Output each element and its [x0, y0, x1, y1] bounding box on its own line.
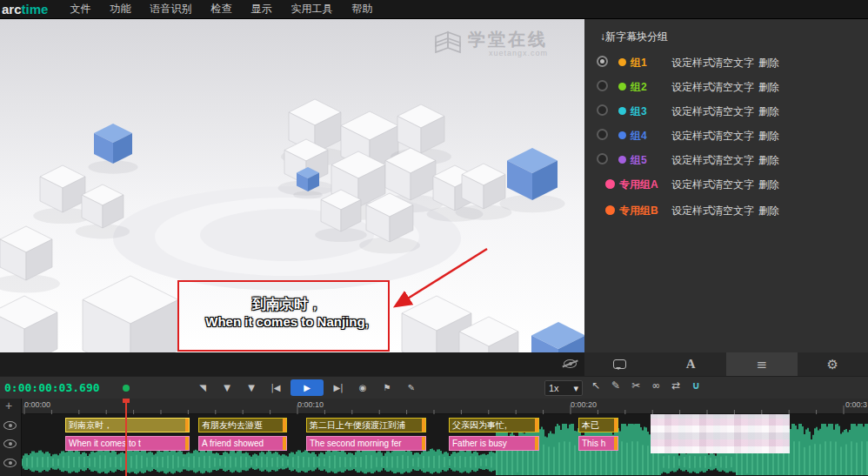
group-radio[interactable]: [597, 129, 608, 140]
group-row-1[interactable]: 组1 设定样式 清空文字 删除: [584, 50, 868, 74]
pointer-tool-icon[interactable]: ↖: [591, 379, 600, 392]
group-radio[interactable]: [597, 56, 608, 67]
menu-item-function[interactable]: 功能: [100, 2, 140, 17]
set-style-link[interactable]: 设定样式: [671, 56, 713, 70]
group-row-3[interactable]: 组3 设定样式 清空文字 删除: [584, 98, 868, 123]
track-visibility-icon[interactable]: [3, 421, 17, 430]
snapshot-icon[interactable]: ◉: [353, 379, 372, 396]
clear-text-link[interactable]: 清空文字: [712, 204, 754, 218]
play-button[interactable]: ▶: [290, 379, 324, 396]
preview-visibility-icon[interactable]: [564, 359, 577, 368]
subtitle-block-en[interactable]: When it comes to t: [65, 436, 190, 451]
delete-link[interactable]: 删除: [758, 56, 779, 70]
timeline-ruler[interactable]: 0:00:00 0:00:10 0:00:20 0:00:3: [22, 399, 868, 414]
group-row-4[interactable]: 组4 设定样式 清空文字 删除: [584, 123, 868, 147]
app-logo: arctime: [2, 2, 48, 17]
add-track-button[interactable]: +: [5, 399, 12, 412]
menu-item-display[interactable]: 显示: [241, 2, 281, 17]
clear-text-link[interactable]: 清空文字: [712, 80, 754, 95]
clear-text-link[interactable]: 清空文字: [712, 153, 754, 168]
logo-arc: arc: [2, 2, 22, 17]
subtitle-groups-panel: ↓新字幕块分组 组1 设定样式 清空文字 删除 组2 设定样式 清空文字 删除: [584, 19, 868, 352]
playback-speed-dropdown[interactable]: 1x ▾: [544, 380, 583, 396]
group-label: 组4: [631, 129, 647, 144]
clear-text-link[interactable]: 清空文字: [712, 104, 754, 119]
subtitle-block-zh[interactable]: 到南京时，: [65, 418, 190, 432]
timeline: + 0:00:00 0:00:10 0:00:20 0:00:3 到南京时， 有…: [0, 399, 868, 476]
clear-text-link[interactable]: 清空文字: [712, 129, 754, 144]
subtitle-block-zh[interactable]: 有朋友约去游逛: [198, 418, 287, 432]
corner-marker-icon[interactable]: ◥: [193, 379, 212, 396]
delete-link[interactable]: 删除: [758, 104, 779, 119]
group-label: 专用组A: [619, 178, 658, 192]
group-label: 专用组B: [619, 204, 658, 218]
delete-link[interactable]: 删除: [758, 80, 779, 95]
set-style-link[interactable]: 设定样式: [671, 178, 713, 192]
set-style-link[interactable]: 设定样式: [671, 104, 713, 119]
cut-tool-icon[interactable]: ✂: [631, 379, 640, 392]
group-row-special-b[interactable]: 专用组B 设定样式 清空文字 删除: [584, 198, 868, 224]
track-visibility-icon[interactable]: [3, 439, 17, 448]
video-preview[interactable]: 学堂在线 xuetangx.com 到南京时， When it comes to…: [0, 19, 584, 352]
menu-item-check[interactable]: 检查: [201, 2, 241, 17]
group-row-special-a[interactable]: 专用组A 设定样式 清空文字 删除: [584, 171, 868, 198]
block-text: 父亲因为事忙,: [452, 420, 507, 430]
wand-icon[interactable]: ✎: [402, 379, 421, 396]
ruler-label: 0:00:3: [845, 400, 867, 409]
record-status-dot: [123, 385, 130, 392]
tab-comments[interactable]: [584, 352, 656, 376]
marker-down-icon[interactable]: ▼: [242, 379, 261, 396]
subtitle-block-zh[interactable]: 父亲因为事忙,: [449, 418, 539, 432]
subtitle-block-zh[interactable]: 第二日上午便须渡江到浦: [306, 418, 426, 432]
block-text: A friend showed: [202, 439, 264, 448]
playback-controls: ◥ ▼ ▼ |◀ ▶ ▶| ◉ ⚑ ✎: [193, 379, 421, 396]
subtitle-block-en[interactable]: A friend showed: [198, 436, 287, 451]
menu-item-help[interactable]: 帮助: [342, 2, 382, 17]
swap-tool-icon[interactable]: ⇄: [671, 379, 680, 392]
group-row-5[interactable]: 组5 设定样式 清空文字 删除: [584, 147, 868, 171]
delete-link[interactable]: 删除: [758, 204, 779, 218]
xuetangx-logo-icon: [433, 30, 463, 56]
tab-group-list[interactable]: ≡: [726, 352, 798, 376]
subtitle-block-en[interactable]: This h: [578, 436, 618, 451]
letter-a-icon: A: [686, 357, 696, 372]
bookmark-icon[interactable]: ⚑: [377, 379, 397, 396]
tab-text-style[interactable]: A: [656, 352, 727, 376]
group-color-dot: [618, 107, 626, 115]
set-style-link[interactable]: 设定样式: [671, 80, 713, 95]
subtitle-block-zh[interactable]: 本已: [578, 418, 618, 432]
marker-down-icon[interactable]: ▼: [217, 379, 237, 396]
prev-frame-icon[interactable]: |◀: [266, 379, 285, 396]
group-radio[interactable]: [597, 80, 608, 91]
clear-text-link[interactable]: 清空文字: [712, 56, 754, 70]
subtitle-block-en[interactable]: Father is busy: [449, 436, 539, 451]
link-tool-icon[interactable]: ∞: [651, 379, 660, 392]
menu-item-file[interactable]: 文件: [60, 2, 100, 17]
edit-tool-icon[interactable]: ✎: [611, 379, 620, 392]
watermark: 学堂在线 xuetangx.com: [433, 30, 548, 57]
menu-item-utilities[interactable]: 实用工具: [281, 2, 342, 17]
subtitle-block-en[interactable]: The second morning fer: [306, 436, 426, 451]
delete-link[interactable]: 删除: [758, 129, 779, 144]
track-visibility-icon[interactable]: [3, 459, 17, 467]
menu-item-speech-recognition[interactable]: 语音识别: [140, 2, 201, 17]
set-style-link[interactable]: 设定样式: [671, 204, 713, 218]
group-color-dot: [618, 156, 626, 164]
magnet-tool-icon[interactable]: ∪: [691, 379, 700, 392]
delete-link[interactable]: 删除: [758, 178, 779, 192]
playhead[interactable]: [125, 399, 127, 476]
set-style-link[interactable]: 设定样式: [671, 129, 713, 144]
group-label: 组5: [631, 153, 647, 168]
group-radio[interactable]: [597, 153, 608, 164]
group-row-2[interactable]: 组2 设定样式 清空文字 删除: [584, 74, 868, 98]
timeline-tracks[interactable]: 到南京时， 有朋友约去游逛 第二日上午便须渡江到浦 父亲因为事忙, 本已 Whe…: [22, 414, 868, 476]
set-style-link[interactable]: 设定样式: [671, 153, 713, 168]
next-frame-icon[interactable]: ▶|: [329, 379, 348, 396]
tab-settings[interactable]: ⚙: [798, 352, 868, 376]
gear-icon: ⚙: [827, 357, 838, 372]
delete-link[interactable]: 删除: [758, 153, 779, 168]
timecode-display: 0:00:00:03.690: [4, 381, 100, 394]
group-radio[interactable]: [597, 104, 608, 116]
clear-text-link[interactable]: 清空文字: [712, 178, 754, 192]
transport-bar: 0:00:00:03.690 ◥ ▼ ▼ |◀ ▶ ▶| ◉ ⚑ ✎ 1x ▾ …: [0, 376, 868, 399]
